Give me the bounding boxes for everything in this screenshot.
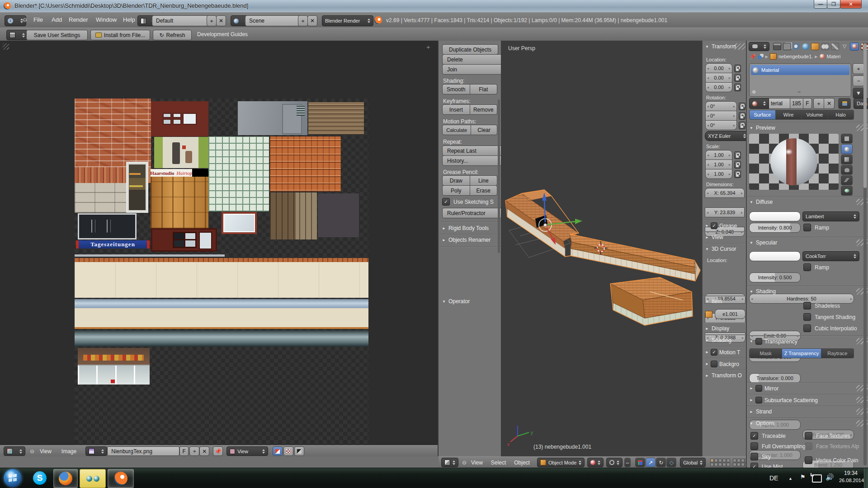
install-from-file-button[interactable]: Install from File...: [90, 30, 150, 40]
smooth-button[interactable]: Smooth: [442, 84, 470, 94]
cubic-checkbox[interactable]: [803, 324, 811, 332]
specular-panel-header[interactable]: ▼Specular: [750, 239, 777, 246]
location-y-field[interactable]: ◂0.00▸: [705, 73, 732, 83]
editor-type-selector-props[interactable]: [749, 42, 769, 51]
use-mist-row[interactable]: ✓Use Mist: [750, 463, 783, 468]
action-center-flag-icon[interactable]: ⚑: [800, 474, 806, 480]
orientation-select[interactable]: Global: [680, 458, 706, 467]
properties-scrollbar[interactable]: [863, 42, 867, 465]
uv-checker-button[interactable]: [283, 446, 293, 456]
image-datablock-selector[interactable]: [85, 446, 107, 456]
location-z-field[interactable]: ◂0.00▸: [705, 82, 732, 92]
editor-type-selector-uv[interactable]: [4, 446, 25, 456]
dim-y-field[interactable]: ◂Y: 23.839▸: [705, 207, 745, 217]
uv-image-editor[interactable]: ＋ Tageszeitungen: [0, 41, 439, 456]
background-checkbox[interactable]: [711, 361, 717, 367]
sss-checkbox[interactable]: [755, 397, 762, 404]
taskbar-skype[interactable]: S: [30, 469, 50, 487]
transparency-panel-header[interactable]: ▼ Transparency: [750, 338, 797, 345]
menu-window[interactable]: Window: [94, 16, 118, 23]
manipulator-axis-button[interactable]: [635, 458, 645, 467]
sss-panel-header[interactable]: ► Subsurface Scattering: [750, 397, 818, 404]
translate-manipulator-button[interactable]: ↗: [646, 458, 656, 467]
preview-flat-button[interactable]: [841, 134, 853, 144]
lock-rotation-x-icon[interactable]: [739, 103, 745, 110]
v3d-menu-view[interactable]: View: [469, 460, 485, 466]
clock-widget[interactable]: 19:34 26.08.2014: [839, 470, 863, 483]
vertex-color-paint-checkbox[interactable]: [805, 456, 812, 464]
diffuse-shader-select[interactable]: Lambert: [802, 211, 859, 221]
gp-poly-button[interactable]: Poly: [442, 185, 470, 196]
scale-y-field[interactable]: ◂1.00▸: [705, 160, 732, 169]
remove-slot-button[interactable]: −: [853, 75, 864, 86]
object-data-icon[interactable]: ▽: [841, 43, 848, 50]
motion-checkbox[interactable]: ✓: [711, 349, 717, 356]
users-count-button[interactable]: 185: [790, 98, 803, 109]
diffuse-intensity-slider[interactable]: Intensity: 0.800: [749, 223, 801, 233]
full-oversampling-row[interactable]: Full Oversampling: [750, 442, 806, 450]
crumb-material-name[interactable]: Materi: [827, 54, 841, 59]
specular-ramp-row[interactable]: Ramp: [803, 263, 829, 271]
world-icon[interactable]: [802, 43, 809, 50]
preview-cube-button[interactable]: [841, 155, 853, 164]
render-icon[interactable]: [773, 43, 781, 50]
rotate-manipulator-button[interactable]: ↻: [656, 458, 666, 467]
ruler-protractor-button[interactable]: Ruler/Protractor: [442, 208, 503, 218]
specular-shader-select[interactable]: CookTorr: [802, 251, 859, 261]
flat-button[interactable]: Flat: [470, 84, 498, 94]
objects-renamer-panel[interactable]: ►Objects Renamer: [442, 237, 491, 243]
manipulate-center-points-button[interactable]: ⇔: [624, 458, 631, 467]
v3d-collapse-menus-icon[interactable]: ⊖: [462, 460, 467, 466]
tray-expand-icon[interactable]: ▲: [788, 476, 793, 481]
delete-button[interactable]: Delete: [442, 54, 503, 65]
image-name-field[interactable]: NienburgTex.png: [107, 446, 179, 456]
volume-icon[interactable]: 🔊: [826, 473, 834, 481]
preview-monkey-button[interactable]: [841, 165, 853, 175]
diffuse-color-swatch[interactable]: [749, 211, 801, 221]
dim-x-field[interactable]: ◂X: 65.394▸: [705, 188, 745, 198]
history-button[interactable]: History...: [442, 155, 503, 166]
uv-pivot-select[interactable]: View: [226, 446, 268, 456]
use-mist-checkbox[interactable]: ✓: [750, 463, 758, 468]
uv-menu-image[interactable]: Image: [60, 448, 78, 455]
uv-collapse-menus-icon[interactable]: ⊖: [30, 448, 34, 455]
item-panel[interactable]: ▼Item: [705, 298, 722, 305]
lock-location-z-icon[interactable]: [734, 84, 741, 91]
collapse-menus-icon[interactable]: ⊖: [23, 17, 27, 23]
fake-user-button[interactable]: F: [179, 446, 189, 456]
rotation-y-field[interactable]: ◂0°▸: [705, 111, 737, 121]
modifiers-icon[interactable]: [831, 43, 839, 50]
cubic-row[interactable]: Cubic Interpolatio: [803, 324, 857, 332]
lock-location-y-icon[interactable]: [734, 74, 741, 82]
tangent-row[interactable]: Tangent Shading: [803, 313, 855, 321]
strand-panel-header[interactable]: ►Strand: [750, 408, 772, 415]
item-name-field[interactable]: e1.001: [715, 309, 745, 319]
slot-resize-grip-icon[interactable]: ＝: [797, 89, 802, 95]
uv-alpha-button[interactable]: [294, 446, 304, 456]
close-button[interactable]: ✕: [840, 0, 862, 9]
viewport-shading-select[interactable]: [587, 458, 604, 467]
menu-file[interactable]: File: [32, 16, 45, 23]
viewport-scene[interactable]: y x: [501, 41, 702, 456]
use-sketching-row[interactable]: ✓ Use Sketching S: [442, 198, 494, 206]
material-slot-list[interactable]: Material ⊕ ＝: [749, 63, 851, 97]
remove-keyframe-button[interactable]: Remove: [470, 104, 498, 115]
shelf-scrollbar[interactable]: [498, 99, 500, 253]
material-name-field[interactable]: terial: [769, 98, 790, 109]
shading-panel-header[interactable]: ▼Shading: [750, 288, 776, 295]
slot-add-icon[interactable]: ⊕: [752, 89, 756, 95]
mirror-panel-header[interactable]: ► Mirror: [750, 385, 778, 392]
delete-layout-button[interactable]: ✕: [216, 15, 226, 26]
use-sketching-checkbox[interactable]: ✓: [442, 198, 450, 206]
window-titlebar[interactable]: Blender* [C:\Users\Schmiddi\Desktop\3D\B…: [0, 0, 868, 13]
delete-scene-button[interactable]: ✕: [307, 15, 317, 26]
shadeless-checkbox[interactable]: [803, 302, 811, 310]
minimize-button[interactable]: —: [814, 0, 827, 9]
transparency-checkbox[interactable]: [755, 338, 762, 345]
lock-scale-y-icon[interactable]: [734, 161, 741, 169]
background-panel[interactable]: ►Backgro: [705, 361, 739, 367]
grease-checkbox[interactable]: ✓: [711, 222, 717, 229]
properties-scrollbar-thumb[interactable]: [863, 43, 867, 188]
menu-render[interactable]: Render: [67, 16, 90, 23]
grease-pencil-panel[interactable]: ►✓Grease: [705, 222, 737, 229]
